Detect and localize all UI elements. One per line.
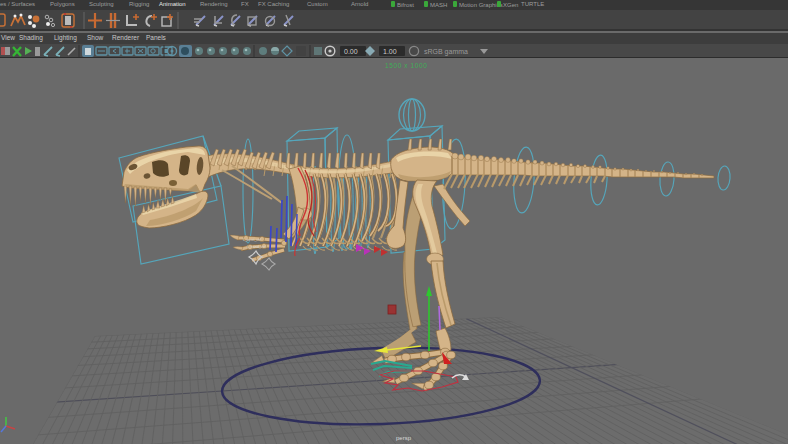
svg-text:L_wrist_ctrl: L_wrist_ctrl <box>243 238 261 242</box>
svg-text:1500 x 1000: 1500 x 1000 <box>385 62 427 69</box>
svg-text:0.00: 0.00 <box>344 48 358 55</box>
svg-text:1.00: 1.00 <box>383 48 397 55</box>
svg-text:persp: persp <box>396 435 412 441</box>
svg-text:L_hand_ctrl: L_hand_ctrl <box>247 245 266 249</box>
svg-text:sRGB gamma: sRGB gamma <box>424 48 468 56</box>
